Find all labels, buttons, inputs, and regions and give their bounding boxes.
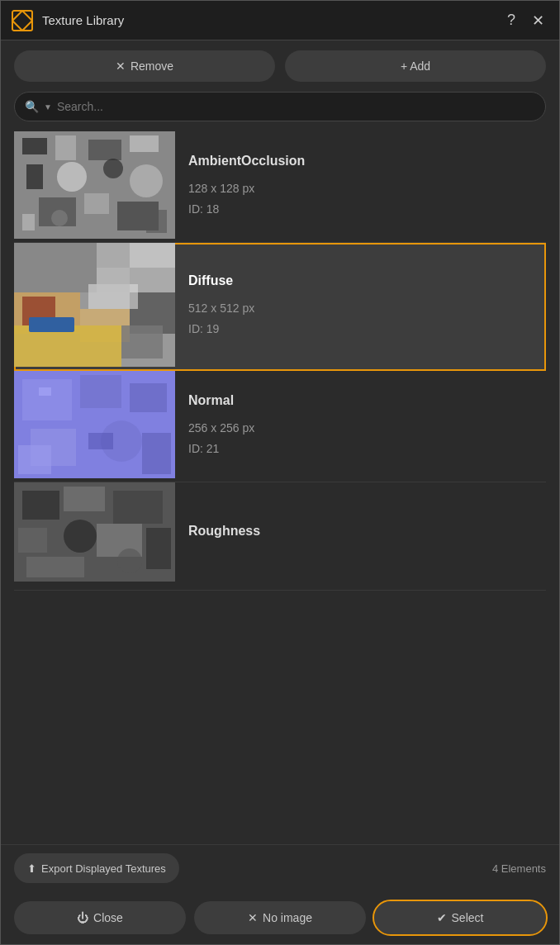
svg-rect-9	[130, 135, 159, 152]
remove-button[interactable]: ✕ Remove	[14, 50, 275, 82]
texture-info: AmbientOcclusion 128 x 128 px ID: 18	[175, 131, 546, 242]
svg-rect-7	[55, 135, 76, 160]
svg-point-48	[64, 520, 97, 553]
svg-rect-15	[84, 193, 109, 214]
roughness-thumbnail-image	[14, 482, 175, 582]
texture-item[interactable]: Roughness	[14, 482, 546, 591]
svg-rect-10	[26, 164, 43, 189]
texture-list: AmbientOcclusion 128 x 128 px ID: 18	[14, 131, 559, 591]
footer-bar: ⬆ Export Displayed Textures 4 Elements	[1, 844, 559, 891]
svg-point-11	[57, 162, 87, 192]
export-icon: ⬆	[27, 862, 36, 875]
action-bar: ⏻ Close ✕ No image ✔ Select	[1, 891, 559, 944]
texture-item[interactable]: Normal 256 x 256 px ID: 21	[14, 371, 546, 482]
no-image-icon: ✕	[248, 911, 258, 924]
svg-rect-19	[146, 210, 167, 233]
add-label: + Add	[401, 59, 430, 73]
search-icon: 🔍	[25, 100, 39, 113]
texture-name: Diffuse	[188, 273, 533, 288]
svg-rect-44	[22, 491, 59, 520]
select-label: Select	[452, 911, 484, 924]
select-button[interactable]: ✔ Select	[374, 901, 546, 934]
search-dropdown-icon[interactable]: ▼	[44, 102, 52, 112]
svg-rect-31	[130, 243, 175, 268]
window-title: Texture Library	[42, 13, 500, 27]
svg-point-12	[103, 159, 123, 178]
export-label: Export Displayed Textures	[41, 862, 166, 875]
texture-info: Diffuse 512 x 512 px ID: 19	[175, 243, 546, 370]
texture-item[interactable]: Diffuse 512 x 512 px ID: 19	[14, 243, 546, 371]
svg-point-18	[51, 210, 68, 226]
no-image-button[interactable]: ✕ No image	[194, 901, 366, 934]
app-logo-icon	[11, 9, 34, 32]
svg-rect-42	[88, 433, 113, 449]
svg-rect-35	[80, 375, 121, 408]
texture-name: Normal	[188, 393, 533, 408]
svg-line-1	[12, 11, 22, 21]
close-button[interactable]: ⏻ Close	[14, 901, 186, 934]
help-button[interactable]: ?	[500, 9, 523, 32]
svg-rect-17	[22, 214, 35, 230]
diffuse-thumbnail-image	[14, 243, 175, 367]
svg-rect-50	[146, 528, 171, 569]
texture-id: ID: 21	[188, 439, 533, 459]
texture-dimensions: 128 x 128 px	[188, 178, 533, 199]
svg-point-52	[117, 548, 142, 573]
svg-rect-29	[29, 317, 74, 332]
normal-thumbnail-image	[14, 371, 175, 478]
texture-thumbnail	[14, 243, 175, 370]
texture-item[interactable]: AmbientOcclusion 128 x 128 px ID: 18	[14, 131, 546, 243]
add-button[interactable]: + Add	[285, 50, 546, 82]
texture-list-container: AmbientOcclusion 128 x 128 px ID: 18	[1, 131, 559, 844]
svg-rect-45	[64, 487, 105, 511]
svg-rect-34	[22, 379, 72, 420]
select-icon: ✔	[437, 911, 447, 924]
remove-label: Remove	[131, 59, 173, 73]
close-window-button[interactable]: ✕	[526, 9, 549, 32]
svg-rect-8	[88, 140, 121, 160]
svg-rect-0	[12, 11, 32, 31]
texture-thumbnail	[14, 371, 175, 482]
texture-info: Roughness	[175, 482, 546, 590]
svg-line-3	[12, 21, 22, 31]
search-input[interactable]	[57, 100, 535, 113]
texture-library-window: Texture Library ? ✕ ✕ Remove + Add 🔍 ▼	[0, 0, 560, 945]
export-button[interactable]: ⬆ Export Displayed Textures	[14, 853, 179, 883]
svg-point-13	[130, 164, 163, 197]
svg-rect-30	[121, 325, 163, 359]
ao-thumbnail-image	[14, 131, 175, 239]
svg-line-4	[22, 21, 32, 31]
texture-thumbnail	[14, 482, 175, 590]
svg-rect-47	[18, 528, 47, 553]
texture-thumbnail	[14, 131, 175, 242]
svg-rect-41	[39, 387, 51, 396]
texture-info: Normal 256 x 256 px ID: 21	[175, 371, 546, 482]
elements-count: 4 Elements	[492, 862, 546, 875]
svg-line-2	[22, 11, 32, 21]
close-icon: ⏻	[77, 911, 88, 924]
remove-icon: ✕	[116, 59, 126, 73]
texture-dimensions: 512 x 512 px	[188, 298, 533, 319]
texture-dimensions: 256 x 256 px	[188, 418, 533, 439]
svg-rect-36	[130, 383, 167, 412]
titlebar: Texture Library ? ✕	[1, 1, 559, 40]
svg-rect-6	[22, 138, 47, 154]
svg-rect-39	[18, 445, 51, 474]
close-label: Close	[93, 911, 123, 924]
no-image-label: No image	[263, 911, 312, 924]
svg-rect-46	[113, 491, 163, 524]
toolbar: ✕ Remove + Add	[1, 40, 559, 92]
svg-rect-40	[142, 433, 171, 474]
texture-name: AmbientOcclusion	[188, 154, 533, 169]
texture-id: ID: 19	[188, 319, 533, 340]
search-bar: 🔍 ▼	[14, 92, 546, 121]
svg-rect-32	[97, 268, 130, 292]
svg-rect-21	[14, 243, 97, 292]
svg-rect-51	[26, 557, 84, 577]
texture-name: Roughness	[188, 524, 533, 539]
texture-id: ID: 18	[188, 199, 533, 220]
